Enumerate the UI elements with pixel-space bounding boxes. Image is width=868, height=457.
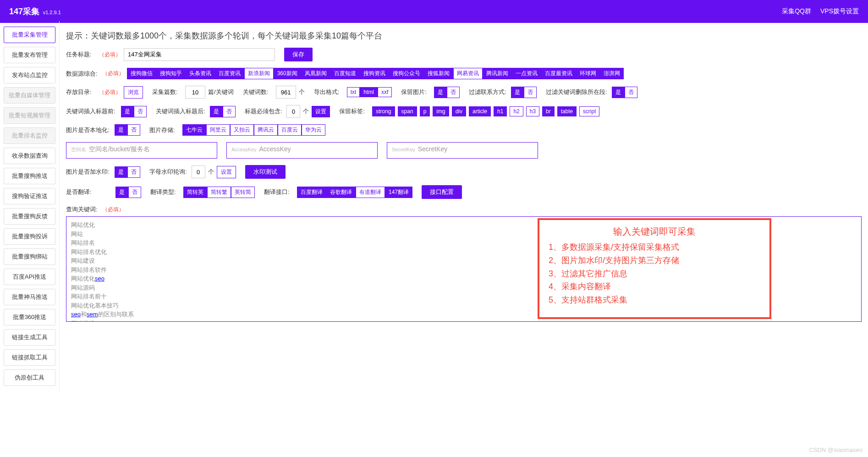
source-14[interactable]: 百度最资讯 — [541, 68, 576, 79]
kw-before-yes[interactable]: 是 — [121, 106, 134, 117]
sidebar-item-9[interactable]: 批量搜狗反馈 — [4, 208, 55, 225]
count-unit: 篇/关键词 — [208, 88, 234, 96]
tag-div[interactable]: div — [452, 106, 466, 116]
source-8[interactable]: 搜狗资讯 — [360, 68, 389, 79]
source-9[interactable]: 搜狗公众号 — [389, 68, 424, 79]
wm-round-input[interactable] — [192, 165, 205, 178]
cloud-1[interactable]: 阿里云 — [206, 124, 230, 136]
sidebar-item-17[interactable]: 伪原创工具 — [4, 369, 55, 386]
source-5[interactable]: 360新闻 — [274, 68, 301, 79]
kw-after-yes[interactable]: 是 — [210, 106, 223, 117]
must-label: 标题必须包含: — [245, 107, 282, 116]
link-qq[interactable]: 采集QQ群 — [782, 7, 811, 16]
count-input[interactable] — [185, 86, 205, 99]
sidebar-item-11[interactable]: 批量搜狗绑站 — [4, 248, 55, 265]
source-13[interactable]: 一点资讯 — [512, 68, 541, 79]
source-0[interactable]: 搜狗微信 — [127, 68, 156, 79]
trans-type-2[interactable]: 英转简 — [231, 187, 255, 198]
filter-kw-no[interactable]: 否 — [625, 87, 637, 98]
must-set-button[interactable]: 设置 — [312, 106, 330, 117]
wm-set-button[interactable]: 设置 — [217, 166, 236, 178]
trans-iface-0[interactable]: 百度翻译 — [297, 187, 326, 198]
wm-test-button[interactable]: 水印测试 — [245, 165, 286, 179]
filter-contact-label: 过滤联系方式: — [469, 88, 506, 96]
sidebar-item-0[interactable]: 批量采集管理 — [4, 27, 55, 43]
source-2[interactable]: 头条资讯 — [186, 68, 215, 79]
cloud-3[interactable]: 腾讯云 — [254, 124, 278, 136]
trans-type-0[interactable]: 简转英 — [183, 187, 207, 198]
trans-iface-1[interactable]: 谷歌翻译 — [326, 187, 356, 198]
tag-article[interactable]: article — [469, 106, 491, 116]
trans-iface-3[interactable]: 147翻译 — [385, 187, 412, 198]
tag-br[interactable]: br — [542, 106, 555, 116]
bucket-input[interactable]: 空间名空间名/bucket/服务名 — [66, 142, 217, 159]
filter-contact-yes[interactable]: 是 — [511, 87, 524, 98]
img-local-no[interactable]: 否 — [127, 124, 140, 136]
wm-round-label: 字母水印轮询: — [149, 168, 187, 176]
fmt-xxf[interactable]: xxf — [378, 87, 392, 97]
tag-h2[interactable]: h2 — [510, 106, 523, 116]
filter-kw-yes[interactable]: 是 — [612, 87, 625, 98]
sidebar-item-7[interactable]: 批量搜狗推送 — [4, 168, 55, 184]
cloud-5[interactable]: 华为云 — [302, 124, 325, 136]
tag-h1[interactable]: h1 — [494, 106, 507, 116]
source-16[interactable]: 澎湃网 — [600, 68, 624, 79]
trans-no[interactable]: 否 — [128, 187, 141, 198]
trans-iface-2[interactable]: 有道翻译 — [356, 187, 385, 198]
source-15[interactable]: 环球网 — [576, 68, 600, 79]
annotation-line-1: 1、多数据源采集/支持保留采集格式 — [549, 241, 760, 254]
tag-table[interactable]: table — [557, 106, 577, 116]
source-6[interactable]: 凤凰新闻 — [301, 68, 330, 79]
sidebar-item-15[interactable]: 链接生成工具 — [4, 329, 55, 346]
kw-count-input[interactable] — [276, 86, 296, 99]
sidebar-item-14[interactable]: 批量360推送 — [4, 309, 55, 325]
tag-script[interactable]: script — [579, 106, 600, 116]
keep-img-no[interactable]: 否 — [447, 87, 460, 98]
tag-strong[interactable]: strong — [372, 106, 395, 116]
secretkey-input[interactable]: SecretKeySecretKey — [387, 142, 538, 159]
sidebar-item-6[interactable]: 收录数据查询 — [4, 148, 55, 164]
wm-yes[interactable]: 是 — [115, 166, 127, 178]
sidebar-item-12[interactable]: 百度API推送 — [4, 269, 55, 285]
sidebar-item-10[interactable]: 批量搜狗投诉 — [4, 228, 55, 245]
source-1[interactable]: 搜狗知乎 — [156, 68, 186, 79]
browse-button[interactable]: 浏览 — [124, 86, 143, 99]
link-vps[interactable]: VPS拨号设置 — [820, 7, 859, 16]
tag-h3[interactable]: h3 — [526, 106, 539, 116]
tag-img[interactable]: img — [433, 106, 449, 116]
keep-img-yes[interactable]: 是 — [434, 87, 447, 98]
source-12[interactable]: 腾讯新闻 — [483, 68, 512, 79]
tag-span[interactable]: span — [398, 106, 417, 116]
source-4[interactable]: 新浪新闻 — [244, 68, 274, 79]
task-title-input[interactable] — [124, 48, 275, 61]
sidebar-item-16[interactable]: 链接抓取工具 — [4, 349, 55, 366]
trans-config-button[interactable]: 接口配置 — [422, 185, 462, 199]
trans-type-1[interactable]: 简转繁 — [207, 187, 231, 198]
keyword-textarea[interactable]: 网站优化网站网站排名网站排名优化网站建设网站排名软件网站优化seo网站源码网站排… — [66, 216, 862, 322]
trans-yes[interactable]: 是 — [115, 187, 128, 198]
img-local-yes[interactable]: 是 — [115, 124, 127, 136]
kw-before-no[interactable]: 否 — [134, 106, 147, 117]
fmt-html[interactable]: html — [360, 87, 378, 97]
accesskey-input[interactable]: AccessKeyAccessKey — [226, 142, 378, 159]
sidebar-item-1[interactable]: 批量发布管理 — [4, 47, 55, 63]
sidebar-item-2[interactable]: 发布站点监控 — [4, 67, 55, 83]
fmt-txt[interactable]: txt — [347, 87, 360, 97]
source-10[interactable]: 搜狐新闻 — [424, 68, 453, 79]
tag-p[interactable]: p — [420, 106, 430, 116]
wm-no[interactable]: 否 — [127, 166, 140, 178]
save-button[interactable]: 保存 — [284, 48, 313, 61]
source-7[interactable]: 百度知道 — [330, 68, 360, 79]
sidebar: 批量采集管理批量发布管理发布站点监控批量自媒体管理批量短视频管理批量排名监控收录… — [0, 21, 60, 391]
kw-after-label: 关键词插入标题后: — [156, 107, 205, 116]
cloud-0[interactable]: 七牛云 — [182, 124, 206, 136]
cloud-4[interactable]: 百度云 — [278, 124, 302, 136]
kw-after-no[interactable]: 否 — [223, 106, 236, 117]
source-3[interactable]: 百度资讯 — [215, 68, 244, 79]
sidebar-item-13[interactable]: 批量神马推送 — [4, 289, 55, 305]
filter-contact-no[interactable]: 否 — [524, 87, 537, 98]
source-11[interactable]: 网易资讯 — [453, 68, 483, 79]
must-input[interactable] — [286, 105, 300, 118]
sidebar-item-8[interactable]: 搜狗验证推送 — [4, 188, 55, 204]
cloud-2[interactable]: 又拍云 — [230, 124, 254, 136]
